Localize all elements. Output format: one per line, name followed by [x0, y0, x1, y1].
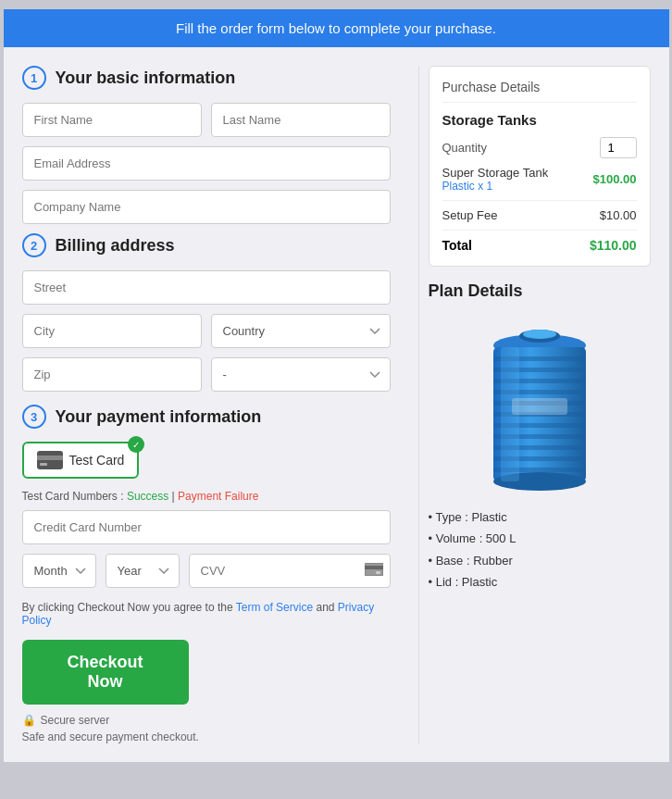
card-number-input[interactable] [22, 510, 391, 544]
banner-text: Fill the order form below to complete yo… [176, 20, 496, 36]
billing-title: Billing address [56, 236, 175, 256]
product-row: Super Storage Tank Plastic x 1 $100.00 [442, 166, 637, 193]
spec-type: Type : Plastic [429, 506, 651, 528]
tank-image-wrapper [429, 310, 651, 495]
secure-label: Secure server [41, 714, 110, 727]
product-name: Storage Tanks [442, 112, 637, 128]
quantity-input[interactable] [600, 137, 637, 158]
total-row: Total $110.00 [442, 238, 637, 253]
purchase-details-box: Purchase Details Storage Tanks Quantity … [429, 66, 651, 267]
product-price: $100.00 [593, 172, 637, 186]
top-banner: Fill the order form below to complete yo… [4, 9, 669, 47]
plan-details: Plan Details [429, 281, 651, 593]
section-number-1: 1 [22, 66, 46, 90]
tos-link[interactable]: Term of Service [236, 601, 313, 614]
total-label: Total [442, 238, 472, 253]
city-input[interactable] [22, 314, 202, 348]
card-label: Test Card [69, 453, 125, 468]
city-country-row: Country United States United Kingdom Can… [22, 314, 391, 348]
name-row [22, 103, 391, 137]
company-input[interactable] [22, 190, 391, 224]
setup-fee-label: Setup Fee [442, 208, 498, 222]
section-number-2: 2 [22, 233, 46, 257]
lock-icon: 🔒 [22, 714, 36, 727]
last-name-input[interactable] [211, 103, 391, 137]
tank-image [466, 310, 614, 495]
email-row [22, 146, 391, 181]
agreement-text: By clicking Checkout Now you agree to th… [22, 601, 391, 627]
secure-info: 🔒 Secure server [22, 714, 391, 727]
basic-info-heading: 1 Your basic information [22, 66, 391, 90]
zip-input[interactable] [22, 357, 202, 392]
payment-heading: 3 Your payment information [22, 405, 391, 429]
svg-rect-4 [365, 566, 383, 569]
separator: | [172, 490, 175, 503]
checkout-button[interactable]: Checkout Now [22, 640, 189, 705]
quantity-row: Quantity [442, 137, 637, 158]
spec-volume: Volume : 500 L [429, 528, 651, 549]
cvv-input[interactable] [189, 554, 391, 588]
first-name-input[interactable] [22, 103, 202, 137]
purchase-details-title: Purchase Details [442, 80, 637, 103]
test-card-label: Test Card Numbers : [22, 490, 124, 503]
svg-rect-2 [40, 463, 47, 466]
card-number-row [22, 510, 391, 544]
setup-fee-price: $10.00 [600, 208, 637, 222]
state-select[interactable]: - ALCANYTX [211, 357, 391, 392]
basic-info-title: Your basic information [56, 69, 236, 88]
plan-specs: Type : Plastic Volume : 500 L Base : Rub… [429, 506, 651, 593]
safe-text: Safe and secure payment checkout. [22, 730, 391, 743]
payment-title: Your payment information [56, 407, 262, 427]
street-row [22, 270, 391, 305]
success-link[interactable]: Success [127, 490, 168, 503]
failure-link[interactable]: Payment Failure [178, 490, 258, 503]
panel-divider [418, 66, 419, 743]
product-desc-wrapper: Super Storage Tank Plastic x 1 [442, 166, 549, 193]
section-number-3: 3 [22, 405, 46, 429]
product-line1: Super Storage Tank [442, 166, 549, 180]
left-panel: 1 Your basic information 2 Billing addre… [22, 66, 409, 743]
month-select[interactable]: Month 010203 040506 070809 101112 [22, 554, 96, 588]
agreement-conjunction: and [316, 601, 334, 614]
right-panel: Purchase Details Storage Tanks Quantity … [429, 66, 651, 743]
year-select[interactable]: Year 202420252026 202720282029 [106, 554, 180, 588]
svg-rect-24 [512, 398, 567, 415]
divider2 [442, 230, 637, 231]
card-option[interactable]: ✓ Test Card [22, 442, 140, 479]
billing-heading: 2 Billing address [22, 233, 391, 257]
street-input[interactable] [22, 270, 391, 305]
email-input[interactable] [22, 146, 391, 181]
card-icon [37, 451, 63, 469]
svg-rect-1 [37, 456, 63, 460]
country-select[interactable]: Country United States United Kingdom Can… [211, 314, 391, 348]
quantity-label: Quantity [442, 141, 487, 155]
plan-details-title: Plan Details [429, 281, 651, 301]
test-card-info: Test Card Numbers : Success | Payment Fa… [22, 490, 391, 503]
spec-lid: Lid : Plastic [429, 571, 651, 593]
svg-point-9 [523, 330, 556, 339]
expiry-cvv-row: Month 010203 040506 070809 101112 Year 2… [22, 554, 391, 588]
company-row [22, 190, 391, 224]
total-price: $110.00 [590, 238, 637, 253]
agreement-prefix: By clicking Checkout Now you agree to th… [22, 601, 233, 614]
payment-section: 3 Your payment information ✓ Test Card T… [22, 405, 391, 588]
cvv-wrapper [189, 554, 391, 588]
spec-base: Base : Rubber [429, 550, 651, 571]
product-line2: Plastic x 1 [442, 180, 549, 193]
zip-state-row: - ALCANYTX [22, 357, 391, 392]
cvv-card-icon [365, 563, 383, 580]
setup-fee-row: Setup Fee $10.00 [442, 208, 637, 222]
svg-rect-5 [376, 571, 380, 574]
divider1 [442, 200, 637, 201]
card-check-icon: ✓ [128, 436, 144, 453]
